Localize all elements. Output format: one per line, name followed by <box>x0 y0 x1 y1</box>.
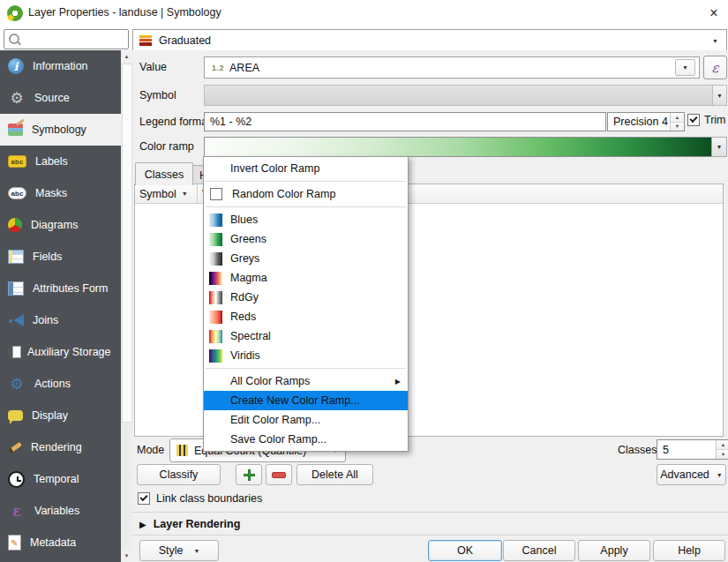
cancel-button[interactable]: Cancel <box>503 540 575 561</box>
menu-item-label: Invert Color Ramp <box>230 162 401 175</box>
sidebar-item-metadata[interactable]: ✎Metadata <box>0 527 121 558</box>
window-title: Layer Properties - landuse | Symbology <box>28 6 221 19</box>
labels-icon: abc <box>8 155 26 168</box>
sidebar-item-auxiliary-storage[interactable]: Auxiliary Storage <box>0 336 121 368</box>
menu-item-label: Save Color Ramp... <box>230 433 401 446</box>
rendering-icon <box>8 441 22 453</box>
plus-icon <box>244 469 255 481</box>
ok-button[interactable]: OK <box>428 540 502 561</box>
trim-checkbox[interactable] <box>687 114 700 126</box>
renderer-type-combo[interactable]: Graduated ▼ <box>132 29 727 52</box>
sidebar-item-display[interactable]: Display <box>0 400 121 431</box>
menu-item-greens[interactable]: Greens <box>204 229 408 249</box>
menu-item-random-color-ramp[interactable]: Random Color Ramp <box>204 184 408 204</box>
chevron-down-icon: ▼ <box>717 144 723 150</box>
spin-up-icon[interactable]: ▲ <box>671 113 684 122</box>
viridis-ramp-swatch <box>209 349 222 363</box>
sidebar-item-rendering[interactable]: Rendering <box>0 431 121 463</box>
delete-all-button[interactable]: Delete All <box>296 464 373 485</box>
menu-item-spectral[interactable]: Spectral <box>204 326 408 346</box>
chevron-down-icon: ▼ <box>682 64 688 71</box>
menu-item-all-color-ramps[interactable]: All Color Ramps▶ <box>204 371 408 391</box>
advanced-button[interactable]: Advanced ▼ <box>657 464 726 485</box>
menu-item-label: Viridis <box>230 349 401 362</box>
menu-item-rdgy[interactable]: RdGy <box>204 288 408 307</box>
scrollbar-thumb[interactable] <box>122 64 132 423</box>
sidebar-item-label: Labels <box>35 155 68 168</box>
classes-value: 5 <box>663 444 669 456</box>
tab-classes[interactable]: Classes <box>135 162 193 185</box>
sidebar-item-symbology[interactable]: Symbology <box>0 114 121 146</box>
menu-item-magma[interactable]: Magma <box>204 268 408 288</box>
sidebar-item-attributes-form[interactable]: Attributes Form <box>0 273 121 304</box>
style-label: Style <box>159 544 184 557</box>
greys-ramp-swatch <box>209 252 222 266</box>
sidebar-item-information[interactable]: iInformation <box>0 50 121 82</box>
close-icon[interactable]: × <box>705 4 723 22</box>
menu-item-blues[interactable]: Blues <box>204 210 408 229</box>
symbol-label: Symbol <box>139 89 176 101</box>
menu-item-label: Create New Color Ramp... <box>230 394 401 407</box>
diagrams-icon <box>8 218 22 232</box>
add-class-button[interactable] <box>236 464 262 485</box>
tab-label: Classes <box>145 169 184 181</box>
menu-separator <box>206 368 406 369</box>
value-field-combo[interactable]: 1.2 AREA ▼ <box>204 56 700 79</box>
style-button[interactable]: Style ▼ <box>139 540 219 561</box>
menu-item-save-color-ramp[interactable]: Save Color Ramp... <box>204 430 408 449</box>
spinner-buttons[interactable]: ▲ ▼ <box>670 113 684 131</box>
symbol-dropdown-button[interactable]: ▼ <box>712 85 727 106</box>
menu-item-reds[interactable]: Reds <box>204 307 408 326</box>
sidebar-item-masks[interactable]: abcMasks <box>0 177 121 209</box>
menu-item-label: Greens <box>230 233 401 245</box>
precision-value: Precision 4 <box>613 116 668 128</box>
sidebar-item-label: Variables <box>34 505 79 517</box>
expression-builder-button[interactable]: ε <box>703 56 727 79</box>
spin-up-icon[interactable]: ▲ <box>717 440 728 449</box>
sidebar-item-variables[interactable]: εVariables <box>0 495 121 527</box>
joins-icon <box>8 313 24 327</box>
legend-format-input[interactable]: %1 - %2 <box>204 112 606 131</box>
symbol-column-header[interactable]: Symbol ▼ <box>135 184 198 203</box>
sidebar-item-joins[interactable]: Joins <box>0 304 121 336</box>
sidebar-item-temporal[interactable]: Temporal <box>0 463 121 495</box>
classify-button[interactable]: Classify <box>137 464 221 485</box>
value-dropdown-button[interactable]: ▼ <box>675 59 695 76</box>
random-color-ramp-checkbox[interactable] <box>210 188 222 200</box>
spin-down-icon[interactable]: ▼ <box>671 122 684 131</box>
quantile-mode-icon <box>176 445 188 456</box>
chevron-down-icon: ▼ <box>717 93 723 99</box>
scroll-down-icon[interactable]: ▼ <box>121 550 132 562</box>
precision-spinner[interactable]: Precision 4 ▲ ▼ <box>607 112 685 131</box>
color-ramp-button[interactable] <box>204 137 712 157</box>
search-input[interactable] <box>22 31 126 48</box>
menu-item-spacer <box>209 162 222 176</box>
decimal-field-type-icon: 1.2 <box>212 64 224 72</box>
menu-item-label: Magma <box>230 272 401 284</box>
spinner-buttons[interactable]: ▲ ▼ <box>716 440 728 459</box>
menu-item-create-new-color-ramp[interactable]: Create New Color Ramp... <box>204 391 408 410</box>
sidebar-item-source[interactable]: ⚙Source <box>0 82 121 114</box>
menu-item-viridis[interactable]: Viridis <box>204 346 408 365</box>
menu-item-invert-color-ramp[interactable]: Invert Color Ramp <box>204 159 408 178</box>
help-button[interactable]: Help <box>653 540 725 561</box>
symbol-preview-button[interactable] <box>204 85 713 106</box>
sidebar-item-fields[interactable]: Fields <box>0 241 121 273</box>
remove-class-button[interactable] <box>266 464 292 485</box>
sidebar-item-diagrams[interactable]: Diagrams <box>0 209 121 241</box>
sidebar-item-labels[interactable]: abcLabels <box>0 146 121 177</box>
layer-rendering-group[interactable]: ▶ Layer Rendering <box>139 518 240 530</box>
link-class-boundaries-checkbox[interactable] <box>138 492 150 505</box>
scroll-up-icon[interactable]: ▲ <box>121 50 132 63</box>
link-class-boundaries-label: Link class boundaries <box>156 492 262 505</box>
classes-spinner[interactable]: 5 ▲ ▼ <box>657 439 728 460</box>
sidebar-search[interactable] <box>4 29 129 49</box>
sidebar-scrollbar[interactable]: ▲ ▼ <box>121 50 132 562</box>
metadata-icon: ✎ <box>8 535 21 551</box>
menu-item-greys[interactable]: Greys <box>204 249 408 268</box>
color-ramp-dropdown-button[interactable]: ▼ <box>711 137 727 157</box>
sidebar-item-actions[interactable]: ⚙Actions <box>0 368 121 400</box>
menu-item-edit-color-ramp[interactable]: Edit Color Ramp... <box>204 410 408 430</box>
spin-down-icon[interactable]: ▼ <box>717 449 728 459</box>
apply-button[interactable]: Apply <box>578 540 650 561</box>
